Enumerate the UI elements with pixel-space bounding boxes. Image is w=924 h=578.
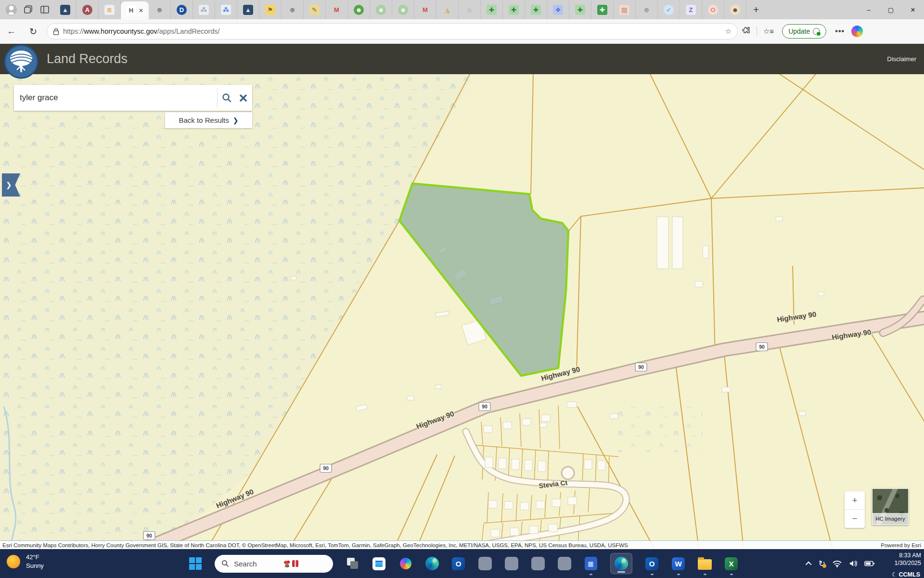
browser-tab-globe[interactable]: ⊕ [149,0,171,19]
browser-profile-avatar[interactable] [6,4,17,15]
search-button[interactable] [218,92,236,103]
zoom-in-button[interactable]: + [845,491,865,510]
tab-favicon: A [82,5,92,15]
browser-tab-profile-avatar[interactable]: ☻ [724,0,746,19]
browser-tab-orange-o[interactable]: O [702,0,724,19]
tab-favicon: M [420,5,430,15]
browser-tab-bar: ▲A≋H✕⊕D⁂⁂▲⚑⊕✎M☻☻☻M◮⌂✚✚✚❖✚✚▤⊕✓ZO☻ + – ▢ ✕ [0,0,924,19]
browser-tab-home[interactable]: ⌂ [459,0,481,19]
browser-tab-person-green-faded[interactable]: ☻ [370,0,392,19]
search-input[interactable] [14,93,217,103]
back-button[interactable]: ← [0,26,23,37]
pending-app-icon[interactable] [531,557,545,571]
route-shield-label: 90 [323,465,329,471]
browser-tab-green-cross[interactable]: ✚ [503,0,525,19]
browser-tab-person-green-faded[interactable]: ☻ [392,0,414,19]
minimize-button[interactable]: – [858,0,880,19]
search-icon [221,560,229,567]
browser-tab-drive[interactable]: ◮ [436,0,459,19]
address-bar[interactable]: https://www.horrycountysc.gov/apps/LandR… [47,23,738,39]
ccmls-watermark: ☾ CCMLS [892,571,920,578]
outlook-icon[interactable]: O [451,557,465,571]
tab-favicon: ✓ [664,5,674,15]
excel-icon[interactable]: X [724,557,738,571]
browser-tab-globe[interactable]: ⊕ [636,0,658,19]
start-button[interactable] [188,557,202,571]
taskbar-clock[interactable]: 8:33 AM 1/30/2025 [894,552,921,567]
maximize-button[interactable]: ▢ [880,0,902,19]
favorites-bar-icon[interactable]: ☆≡ [759,27,778,36]
taskbar-search[interactable]: Search [215,555,333,573]
tab-actions-icon[interactable] [24,5,33,14]
favorite-star-icon[interactable]: ☆ [725,27,731,36]
browser-tab-green-cross-filled[interactable]: ✚ [591,0,614,19]
tab-favicon: ≋ [104,5,115,15]
word-icon[interactable]: W [671,557,685,571]
tray-overflow-chevron-icon[interactable] [805,561,811,567]
tab-favicon: H [126,5,136,15]
edge-icon[interactable] [425,557,439,571]
browser-tab-horry-county-active[interactable]: H✕ [121,1,149,19]
browser-tab-gmail[interactable]: M [326,0,348,19]
tab-favicon: M [332,5,342,15]
sync-update-icon[interactable]: ↻ [819,560,825,568]
task-view-icon[interactable] [346,557,359,571]
pending-app-icon[interactable] [557,557,571,571]
browser-tab-dropbox[interactable]: ❖ [547,0,569,19]
window-controls: – ▢ ✕ [858,0,924,19]
disclaimer-link[interactable]: Disclaimer [887,55,916,63]
pending-app-icon[interactable] [504,557,518,571]
outlook-icon-running[interactable]: O [645,557,659,571]
refresh-button[interactable]: ↻ [23,26,44,37]
copilot-icon[interactable] [851,26,863,37]
back-to-results-button[interactable]: Back to Results ❯ [165,112,252,128]
browser-tab-gmail[interactable]: M [414,0,436,19]
close-button[interactable]: ✕ [902,0,924,19]
browser-tab-doc-pink[interactable]: ▤ [614,0,636,19]
zoom-out-button[interactable]: − [845,510,865,528]
vertical-tabs-icon[interactable] [40,5,50,14]
tab-favicon: ✚ [531,5,541,15]
browser-tab-note[interactable]: ✎ [304,0,326,19]
tab-close-icon[interactable]: ✕ [139,7,143,14]
file-explorer-icon[interactable] [698,557,712,571]
browser-tab-mls-mountain[interactable]: ▲ [54,0,77,19]
browser-tab-mls-mountain[interactable]: ▲ [237,0,259,19]
browser-tab-blue-d[interactable]: D [171,0,193,19]
wifi-icon[interactable] [833,560,842,567]
new-tab-button[interactable]: + [746,4,766,15]
browser-tab-maroon-a[interactable]: A [77,0,99,19]
taskbar-weather-widget[interactable]: 42°F Sunny [7,553,44,570]
volume-icon[interactable] [849,560,857,567]
browser-tab-green-cross[interactable]: ✚ [569,0,591,19]
browser-tab-check-blue[interactable]: ✓ [658,0,680,19]
browser-menu-icon[interactable]: ••• [830,27,849,36]
attribution-text: Esri Community Maps Contributors, Horry … [0,542,881,548]
browser-update-button[interactable]: Update [782,24,826,39]
clear-search-button[interactable] [236,94,250,102]
tab-favicon: ⚑ [265,5,275,15]
tab-favicon: ⁂ [199,5,209,15]
browser-tab-zillow[interactable]: Z [680,0,702,19]
tab-favicon: ✚ [487,5,497,15]
browser-tab-green-cross[interactable]: ✚ [525,0,547,19]
browser-tab-green-cross[interactable]: ✚ [481,0,503,19]
browser-tab-chevrons[interactable]: ≋ [99,0,121,19]
browser-tab-person-green[interactable]: ☻ [348,0,370,19]
microsoft-store-icon[interactable] [372,557,386,571]
browser-tab-yellow-flag[interactable]: ⚑ [259,0,282,19]
update-status-icon [813,28,820,35]
clock-time: 8:33 AM [894,552,921,559]
browser-tab-people-gray[interactable]: ⁂ [193,0,215,19]
basemap-toggle-hc-imagery[interactable]: HC Imagery [872,488,909,525]
calculator-icon[interactable]: ▦ [584,557,598,571]
browser-tab-globe[interactable]: ⊕ [282,0,304,19]
edge-icon-active[interactable] [610,553,632,574]
browser-tab-people-blue[interactable]: ⁂ [215,0,237,19]
battery-icon[interactable] [864,560,875,567]
copilot-icon[interactable] [398,557,412,571]
tab-favicon: ⊕ [642,5,652,15]
extensions-puzzle-icon[interactable] [738,26,755,36]
map-canvas[interactable]: Highway 90 Highway 90 Highway 90 Highway… [0,74,924,549]
pending-app-icon[interactable] [478,557,492,571]
